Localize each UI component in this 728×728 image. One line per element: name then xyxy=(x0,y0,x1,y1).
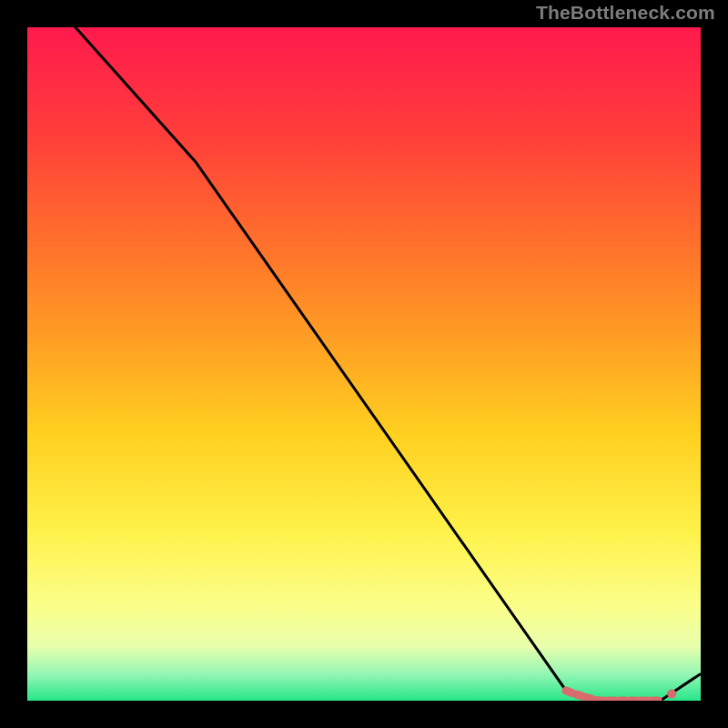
chart-container: TheBottleneck.com xyxy=(0,0,728,728)
highlight-stroke xyxy=(566,691,661,701)
curve-series xyxy=(27,27,701,701)
plot-area xyxy=(27,27,701,701)
curve-line xyxy=(27,27,701,701)
highlight-end-dot xyxy=(667,690,676,699)
attribution-label: TheBottleneck.com xyxy=(536,2,715,24)
series-overlay xyxy=(27,27,701,701)
highlight-markers xyxy=(566,690,676,701)
